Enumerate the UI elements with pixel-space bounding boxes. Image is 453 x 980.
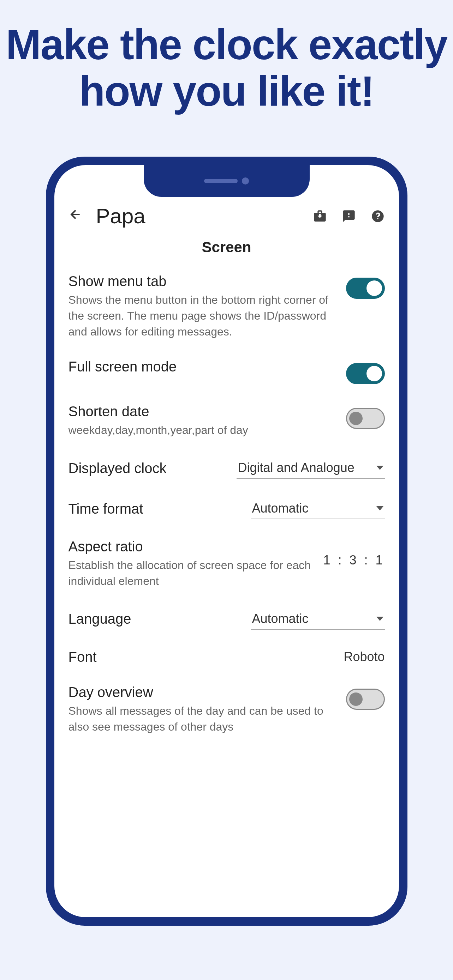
setting-label: Full screen mode [69, 359, 335, 375]
app-header: Papa [69, 204, 385, 228]
setting-displayed-clock: Displayed clock Digital and Analogue [69, 458, 385, 479]
feedback-icon[interactable] [342, 209, 356, 223]
chevron-down-icon [376, 506, 383, 511]
setting-label: Font [69, 649, 97, 665]
setting-label: Shorten date [69, 404, 335, 420]
setting-label: Day overview [69, 684, 335, 700]
chevron-down-icon [376, 617, 383, 621]
notch-speaker [204, 179, 238, 183]
app-content: Papa Screen Show menu tab [54, 165, 399, 917]
header-icons [313, 209, 385, 223]
day-overview-toggle[interactable] [346, 689, 385, 710]
show-menu-toggle[interactable] [346, 278, 385, 299]
setting-aspect-ratio: Aspect ratio Establish the allocation of… [69, 539, 385, 589]
aspect-ratio-value[interactable]: 1 : 3 : 1 [323, 553, 384, 568]
phone-frame: Papa Screen Show menu tab [46, 157, 407, 926]
notch-camera [242, 177, 249, 185]
page-title: Papa [96, 204, 300, 228]
setting-font: Font Roboto [69, 649, 385, 665]
setting-label: Show menu tab [69, 274, 335, 289]
section-title: Screen [69, 239, 385, 256]
setting-time-format: Time format Automatic [69, 498, 385, 519]
fullscreen-toggle[interactable] [346, 363, 385, 384]
select-value-text: Digital and Analogue [238, 460, 354, 475]
language-select[interactable]: Automatic [251, 609, 385, 630]
font-value[interactable]: Roboto [343, 649, 384, 664]
phone-notch [144, 165, 309, 197]
setting-description: Establish the allocation of screen space… [69, 557, 313, 589]
setting-show-menu-tab: Show menu tab Shows the menu button in t… [69, 274, 385, 339]
select-value-text: Automatic [252, 501, 309, 516]
setting-label: Language [69, 611, 131, 627]
setting-description: weekday,day,month,year,part of day [69, 422, 335, 438]
setting-label: Aspect ratio [69, 539, 313, 555]
help-icon[interactable] [371, 209, 385, 223]
setting-label: Time format [69, 501, 144, 517]
setting-description: Shows the menu button in the bottom righ… [69, 292, 335, 339]
setting-description: Shows all messages of the day and can be… [69, 703, 335, 735]
promo-headline: Make the clock exactly how you like it! [0, 21, 453, 114]
time-format-select[interactable]: Automatic [251, 498, 385, 519]
setting-shorten-date: Shorten date weekday,day,month,year,part… [69, 404, 385, 438]
phone-screen: Papa Screen Show menu tab [54, 165, 399, 917]
back-arrow-icon[interactable] [69, 207, 83, 225]
setting-label: Displayed clock [69, 460, 167, 476]
chevron-down-icon [376, 466, 383, 470]
setting-full-screen-mode: Full screen mode [69, 359, 385, 384]
store-icon[interactable] [313, 209, 327, 223]
select-value-text: Automatic [252, 611, 309, 626]
displayed-clock-select[interactable]: Digital and Analogue [236, 458, 385, 479]
setting-language: Language Automatic [69, 609, 385, 630]
shorten-date-toggle[interactable] [346, 408, 385, 429]
setting-day-overview: Day overview Shows all messages of the d… [69, 684, 385, 735]
